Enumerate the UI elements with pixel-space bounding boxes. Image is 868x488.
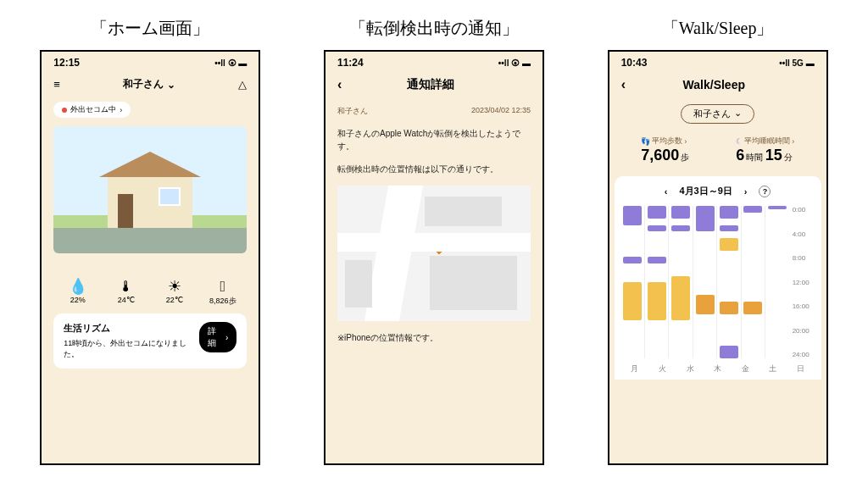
clock: 12:15 [53,57,80,69]
chart-segment-walk [743,302,762,314]
clock: 10:43 [621,57,648,69]
chart-day-column [717,206,741,358]
menu-icon[interactable]: ≡ [53,78,60,91]
chart-day-column [765,206,788,358]
chart-segment-sleep [671,206,690,219]
stat-value-m: 15 [765,147,782,164]
notif-footnote: ※iPhoneの位置情報です。 [337,331,531,344]
chevron-right-icon: › [120,106,122,114]
droplet-icon: 💧 [58,277,98,296]
chart-segment-sleep [768,206,787,209]
user-chip-label: 和子さん [693,108,731,120]
user-chip[interactable]: 和子さん ⌄ [681,104,754,124]
footprint-icon: 👣 [641,137,650,146]
caption-notif: 「転倒検出時の通知」 [349,17,519,40]
chart-segment-sleep [720,225,738,232]
notif-user: 和子さん [337,106,368,117]
x-tick: 月 [621,363,649,374]
house-illustration [53,126,247,253]
chart-day-column [645,206,669,358]
chart-segment-sleep [648,257,666,263]
chevron-right-icon: › [792,137,794,146]
stat-value-h: 6 [736,147,744,164]
status-text: 外出セコム中 [70,104,116,115]
chevron-down-icon: ⌄ [734,108,742,120]
chart-segment-walk [720,302,738,314]
walk-icon: 𓀟 [203,277,243,296]
notif-location-heading: 転倒検出時の位置情報は以下の通りです。 [337,163,531,175]
notif-message: 和子さんのApple Watchが転倒を検出したようです。 [337,127,531,152]
range-prev-button[interactable]: ‹ [665,186,668,197]
chart-segment-sleep [743,206,762,213]
caption-home: 「ホーム画面」 [91,17,209,40]
metric-value: 22% [70,296,86,304]
back-button[interactable]: ‹ [621,77,626,92]
signal-icon: ••ll ⦿ ▬ [214,58,247,68]
y-tick: 12:00 [793,279,815,286]
sun-icon: ☀ [154,277,195,296]
metric-value: 24℃ [118,296,135,304]
metrics-row: 💧 22% 🌡 24℃ ☀ 22℃ 𓀟 8,826歩 [53,277,247,307]
rhythm-subtitle: 11時頃から、外出セコムになりました。 [64,338,198,360]
chart-day-column [669,206,693,358]
range-label: 4月3日～9日 [679,185,732,197]
stat-unit-h: 時間 [746,152,763,162]
y-tick: 0:00 [793,206,815,214]
chart-segment-sleep [648,206,666,219]
chart-segment-walk [696,295,715,314]
stat-value: 7,600 [641,147,679,164]
status-pill[interactable]: 外出セコム中 › [53,102,131,118]
phone-walksleep: 10:43 ••ll 5G ▬ ‹ Walk/Sleep 和子さん ⌄ 👣平均歩… [608,50,828,465]
metric-value: 8,826歩 [209,297,236,305]
metric-temp[interactable]: 🌡 24℃ [106,277,147,307]
chart-segment-sleep [671,225,690,232]
stat-label: 平均睡眠時間 [744,136,790,147]
chart-day-column [742,206,765,358]
clock: 11:24 [337,57,364,69]
moon-icon: ☾ [736,137,743,146]
phone-home: 12:15 ••ll ⦿ ▬ ≡ 和子さん ⌄ △ 外出セコム中 › 💧 [40,50,260,465]
chart-segment-walk [720,238,738,251]
signal-icon: ••ll 5G ▬ [779,58,814,68]
statusbar: 11:24 ••ll ⦿ ▬ [326,52,542,70]
navbar-home: ≡ 和子さん ⌄ △ [42,70,259,98]
chart-segment-sleep [623,257,642,263]
statusbar: 12:15 ••ll ⦿ ▬ [42,52,259,70]
chart-segment-walk [623,282,642,320]
chart-day-column [693,206,717,358]
stat-unit: 歩 [681,152,689,162]
range-next-button[interactable]: › [744,186,748,197]
stat-label: 平均歩数 [652,136,682,147]
metric-steps[interactable]: 𓀟 8,826歩 [203,277,243,307]
y-tick: 4:00 [793,230,815,238]
x-tick: 木 [704,363,732,374]
metric-humidity[interactable]: 💧 22% [58,277,98,307]
chart-segment-sleep [696,206,715,231]
chart-segment-walk [648,282,666,320]
back-button[interactable]: ‹ [337,77,342,92]
map-pin-icon [431,241,446,255]
thermometer-icon: 🌡 [106,277,147,296]
stat-steps[interactable]: 👣平均歩数› 7,600歩 [641,136,689,164]
rhythm-card: 生活リズム 11時頃から、外出セコムになりました。 詳細 › [53,313,247,369]
x-tick: 火 [648,363,676,374]
bell-icon[interactable]: △ [238,78,247,91]
chart-segment-sleep [720,346,738,358]
help-icon[interactable]: ? [759,186,771,197]
navbar-walksleep: ‹ Walk/Sleep [609,70,826,99]
chevron-right-icon: › [225,333,228,342]
y-tick: 24:00 [793,351,815,358]
detail-button[interactable]: 詳細 › [199,322,237,352]
y-tick: 20:00 [793,327,815,335]
user-selector[interactable]: 和子さん ⌄ [123,77,175,92]
x-tick: 土 [760,363,787,374]
map-view[interactable] [337,186,531,321]
x-tick: 日 [787,363,815,374]
chart-segment-sleep [623,206,642,225]
notif-timestamp: 2023/04/02 12:35 [471,106,531,117]
phone-notif: 11:24 ••ll ⦿ ▬ ‹ 通知詳細 和子さん 2023/04/02 12… [324,50,544,465]
stat-sleep[interactable]: ☾平均睡眠時間› 6時間 15分 [736,136,794,164]
metric-weather[interactable]: ☀ 22℃ [154,277,195,307]
x-tick: 金 [732,363,760,374]
detail-label: 詳細 [208,325,224,349]
